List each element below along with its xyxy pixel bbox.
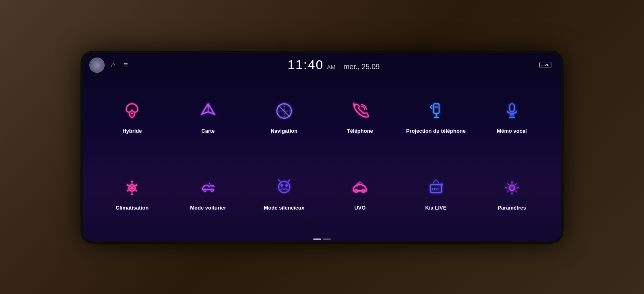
app-voiturier[interactable]: Mode voiturier bbox=[171, 156, 246, 231]
svg-point-16 bbox=[136, 184, 137, 186]
clock-time: 11:40 bbox=[287, 58, 324, 72]
app-kialive[interactable]: LIVE bbox=[399, 156, 473, 231]
svg-point-17 bbox=[136, 190, 137, 191]
app-memo[interactable]: Mémo vocal bbox=[475, 79, 549, 154]
kialive-icon: LIVE bbox=[423, 175, 449, 201]
voiturier-icon bbox=[195, 175, 221, 201]
app-telephone[interactable]: Téléphone bbox=[323, 79, 397, 154]
svg-point-15 bbox=[131, 181, 133, 182]
carte-icon bbox=[195, 98, 221, 124]
hybride-icon bbox=[119, 98, 145, 124]
home-icon[interactable]: ⌂ bbox=[111, 61, 116, 69]
kialive-label: Kia LIVE bbox=[425, 205, 447, 212]
telephone-icon bbox=[347, 98, 373, 124]
voiturier-label: Mode voiturier bbox=[190, 205, 226, 212]
dot-2 bbox=[323, 238, 331, 240]
clock-ampm: AM bbox=[327, 64, 335, 70]
app-projection[interactable]: Projection du téléphone bbox=[399, 79, 473, 154]
svg-rect-9 bbox=[510, 104, 514, 112]
dot-1 bbox=[313, 238, 321, 240]
page-indicator bbox=[83, 239, 561, 241]
silencieux-label: Mode silencieux bbox=[264, 205, 304, 212]
uvo-label: UVO bbox=[354, 205, 365, 212]
hybride-label: Hybride bbox=[122, 128, 142, 135]
main-grid: Hybride bbox=[83, 76, 561, 239]
svg-point-23 bbox=[279, 181, 290, 193]
avatar[interactable] bbox=[89, 58, 105, 73]
projection-icon bbox=[423, 98, 449, 124]
parametres-icon bbox=[499, 175, 525, 201]
menu-icon[interactable]: ≡ bbox=[124, 61, 128, 69]
top-bar: ⌂ ≡ 11:40 AM mer., 25.09 LIVE bbox=[83, 53, 561, 76]
parametres-label: Paramètres bbox=[497, 205, 526, 212]
memo-icon bbox=[499, 98, 525, 124]
memo-label: Mémo vocal bbox=[497, 128, 526, 135]
climatisation-label: Climatisation bbox=[116, 205, 149, 212]
svg-point-20 bbox=[127, 184, 128, 186]
carte-label: Carte bbox=[201, 128, 215, 135]
app-carte[interactable]: Carte bbox=[171, 79, 246, 154]
navigation-icon bbox=[271, 98, 297, 124]
app-hybride[interactable]: Hybride bbox=[95, 79, 169, 154]
live-badge: LIVE bbox=[539, 62, 551, 68]
clock-date: mer., 25.09 bbox=[343, 63, 380, 71]
svg-point-18 bbox=[131, 193, 133, 195]
svg-point-31 bbox=[440, 183, 443, 186]
screen-bezel: ⌂ ≡ 11:40 AM mer., 25.09 LIVE bbox=[80, 51, 564, 244]
projection-label: Projection du téléphone bbox=[406, 128, 466, 135]
climatisation-icon bbox=[119, 175, 145, 201]
navigation-label: Navigation bbox=[270, 128, 297, 135]
app-climatisation[interactable]: Climatisation bbox=[95, 156, 169, 231]
app-uvo[interactable]: UVO bbox=[323, 156, 397, 231]
svg-text:LIVE: LIVE bbox=[432, 187, 440, 191]
svg-point-33 bbox=[510, 186, 514, 189]
svg-point-19 bbox=[127, 190, 128, 191]
svg-point-0 bbox=[131, 113, 133, 114]
clock-area: 11:40 AM mer., 25.09 bbox=[128, 58, 539, 72]
app-silencieux[interactable]: Mode silencieux bbox=[247, 156, 321, 231]
screen: ⌂ ≡ 11:40 AM mer., 25.09 LIVE bbox=[83, 53, 561, 241]
app-parametres[interactable]: Paramètres bbox=[475, 156, 549, 231]
top-nav-icons: ⌂ ≡ bbox=[111, 61, 128, 69]
silencieux-icon bbox=[271, 175, 297, 201]
svg-rect-7 bbox=[433, 104, 439, 113]
telephone-label: Téléphone bbox=[347, 128, 373, 135]
car-surround: ⌂ ≡ 11:40 AM mer., 25.09 LIVE bbox=[0, 0, 644, 294]
uvo-icon bbox=[347, 175, 373, 201]
app-navigation[interactable]: Navigation bbox=[247, 79, 321, 154]
